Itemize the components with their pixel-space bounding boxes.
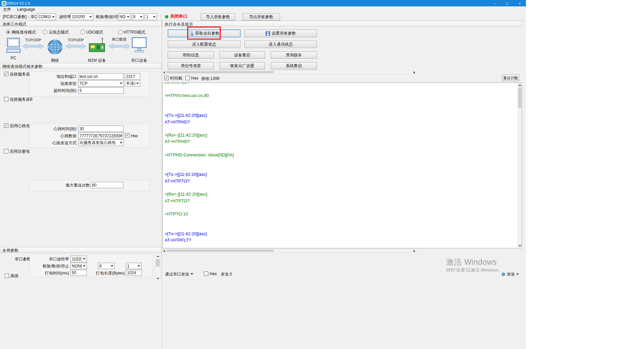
scroll-up-icon[interactable] [157,255,159,257]
baud-select[interactable]: 115200 [70,13,93,20]
double-arrow-icon [22,44,44,50]
device-reboot-button[interactable]: 设备重启 [219,51,265,59]
factory-reset-button[interactable]: 恢复出厂设置 [219,62,265,69]
panel-divider [162,21,162,349]
window-controls: – □ × [489,0,526,6]
scroll-thumb[interactable] [166,71,274,73]
global-stopbits-select[interactable]: 1 [126,263,142,269]
stopbits-select[interactable]: 1 [145,13,157,20]
chevron-down-icon [191,273,193,275]
send-hex-checkbox[interactable] [204,271,208,276]
scroll-left-icon[interactable] [163,71,165,74]
reset-count-button[interactable]: 复位计数 [502,74,519,81]
scroll-right-icon[interactable] [414,250,415,252]
hb-hex-checkbox[interactable] [125,133,129,138]
log-line: +HTPHD:Connection: close[0D][0A] [165,152,516,159]
scroll-right-icon[interactable] [414,71,415,74]
com-port-select[interactable]: COM10 [37,13,56,20]
hb-time-input[interactable] [78,126,124,132]
import-params-button[interactable]: 导入所有参数 [201,13,235,20]
scroll-thumb[interactable] [166,250,274,252]
chevron-down-icon [111,265,113,267]
log-vscrollbar[interactable] [518,83,522,248]
scroll-thumb[interactable] [156,259,160,266]
left-panel-vscrollbar[interactable] [155,254,160,281]
advanced-checkbox[interactable] [5,273,9,278]
reconnect-input[interactable] [91,182,123,188]
system-reboot-button[interactable]: 系统重启 [271,62,317,69]
serial-device-icon [131,37,147,55]
radio-net-transparent-mode[interactable] [6,30,10,34]
signal-strength-button[interactable]: 查信号强度 [168,62,214,69]
set-params-button[interactable]: 设置所有参数 [245,30,317,37]
export-params-button[interactable]: 导出所有参数 [242,13,280,20]
minimize-button[interactable]: – [489,0,501,6]
network-globe-icon [47,39,63,56]
pack-length-input[interactable] [126,270,142,276]
help-info-button[interactable]: 帮助信息 [168,51,214,59]
conn-keep-select[interactable]: 长连接 [125,80,140,87]
log-line: AT+HTPTO? [165,179,516,185]
heartbeat-checkbox[interactable] [4,123,8,128]
scroll-down-icon[interactable] [157,278,159,280]
query-version-button[interactable]: 查询版本 [271,51,317,59]
global-databits-select[interactable]: 8 [98,263,115,269]
parity-value: NONE [119,14,126,19]
app-icon [2,1,6,6]
pack-time-input[interactable] [70,270,87,276]
send-button[interactable]: 发送 [501,270,519,278]
global-baud-label: 串口波特率 [34,257,69,261]
databits-value: 8 [133,14,139,19]
conn-type-select[interactable]: TCP [78,80,124,87]
log-hscrollbar-bottom[interactable] [162,249,416,252]
log-hscrollbar-top[interactable] [162,70,416,74]
menu-item-file[interactable]: 文件 [3,7,11,12]
timestamp-checkbox[interactable] [164,76,169,80]
scroll-down-icon[interactable] [519,245,521,247]
timeout-input[interactable] [78,87,124,94]
global-parity-select[interactable]: NONE [70,263,87,269]
scroll-up-icon[interactable] [519,84,521,86]
search-doc-icon [189,31,194,36]
get-params-label: 获取当前参数 [195,31,219,36]
server-port-input[interactable] [125,73,140,80]
menu-item-language[interactable]: Language [17,7,35,12]
conn-keep-value: 长连接 [126,81,135,86]
close-port-button[interactable]: 关闭串口 [170,14,187,19]
radio-httpd-mode[interactable] [118,30,122,34]
enter-comm-button[interactable]: 进入通讯状态 [245,41,317,48]
get-params-button[interactable]: 获取当前参数 [168,30,240,37]
pc-icon [6,38,21,55]
chevron-down-icon [52,16,55,18]
server-b-checkbox[interactable] [4,97,8,101]
radio-udc-mode[interactable] [80,30,85,34]
send-hex-label: Hex [210,271,217,276]
hb-mode-select[interactable]: 向服务器发送心跳包 [78,140,124,146]
network-label: 网络 [47,58,63,63]
recv-hex-checkbox[interactable] [185,76,190,80]
global-baud-select[interactable]: 115200 [70,256,87,262]
close-button[interactable]: × [514,0,526,6]
global-stopbits-value: 1 [127,264,137,268]
parity-select[interactable]: NONE [118,13,131,20]
chevron-down-icon [140,16,143,18]
hb-data-input[interactable] [78,133,124,139]
enter-config-button[interactable]: 进入配置状态 [168,41,240,48]
log-line [165,185,516,192]
m2m-device-icon [88,37,106,55]
maximize-button[interactable]: □ [501,0,514,6]
timestamp-label: 时间戳 [170,76,182,81]
log-line: +HTPTO:10 [165,211,516,218]
work-mode-header: 选择工作模式 [0,21,162,27]
register-checkbox[interactable] [4,149,8,153]
databits-select[interactable]: 8 [132,13,144,20]
radio-cloud-mode[interactable] [43,30,47,34]
chevron-down-icon [153,16,156,18]
scroll-left-icon[interactable] [163,250,165,252]
server-a-checkbox[interactable] [4,72,8,76]
server-addr-input[interactable] [78,73,124,80]
double-arrow-icon [65,44,87,50]
log-area[interactable]: AT+HTPSV? +HTPSV:test.usr.cn,80 >[Tx->][… [162,83,522,248]
send-via-serial-dropdown[interactable]: 通过串口发送 [165,270,193,278]
scroll-thumb[interactable] [518,88,521,108]
